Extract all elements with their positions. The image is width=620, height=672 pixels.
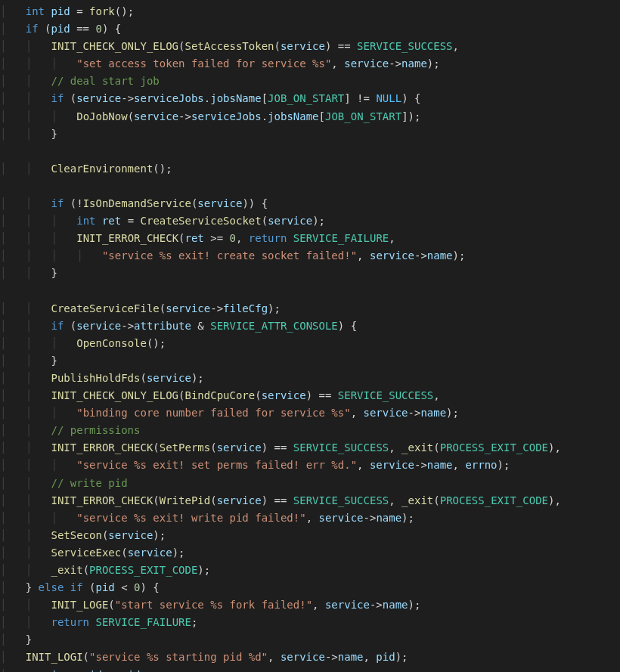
code-token: else	[39, 581, 64, 593]
code-token: INIT_LOGE	[51, 599, 108, 611]
code-token: service	[370, 249, 414, 262]
code-token: ,	[433, 389, 439, 401]
code-token: _exit	[51, 564, 82, 576]
code-token: );	[197, 564, 210, 576]
code-token: pid	[376, 651, 395, 663]
code-token: (!	[64, 197, 82, 209]
code-token: ->	[70, 669, 83, 672]
code-token: ();	[115, 5, 134, 17]
code-token: ,	[364, 651, 377, 663]
code-token: ==	[70, 23, 96, 35]
code-token: ),	[548, 441, 561, 454]
code-token: ->	[210, 302, 223, 314]
code-token: )) {	[242, 197, 268, 209]
code-token: );	[427, 57, 440, 70]
code-token: ;	[191, 616, 197, 628]
code-token: (	[83, 651, 89, 663]
code-token: WritePid	[160, 494, 210, 506]
code-token: (	[140, 372, 146, 384]
code-token: ),	[548, 494, 561, 506]
code-token: (	[178, 232, 184, 244]
code-token: SetAccessToken	[184, 40, 274, 52]
code-token: NULL	[376, 92, 401, 104]
code-token: service	[76, 92, 121, 104]
code-token: (	[153, 441, 159, 454]
code-token: return	[51, 616, 89, 628]
code-token: jobsName	[268, 110, 318, 122]
code-token: ) ==	[262, 494, 293, 506]
code-token: (	[274, 40, 281, 52]
code-token: service	[344, 57, 389, 70]
code-token: pid	[51, 5, 70, 17]
code-token: service	[76, 320, 121, 332]
code-token: 0	[95, 23, 101, 35]
code-token: name	[383, 599, 408, 611]
code-token: ,	[453, 40, 459, 52]
code-token: );	[401, 512, 414, 524]
code-token: =	[121, 215, 140, 227]
code-token: pid	[95, 581, 114, 593]
code-token: ->	[364, 512, 377, 524]
code-token: (	[64, 320, 76, 332]
code-token: .	[262, 110, 268, 122]
code-token: "service %s exit! create socket failed!"	[102, 249, 357, 262]
code-token: );	[408, 599, 421, 611]
code-token: (	[210, 441, 216, 454]
code-token: (	[64, 92, 76, 104]
code-token: 0	[134, 581, 140, 593]
code-token: fork	[89, 5, 115, 17]
code-token: (	[160, 302, 166, 314]
code-token: SERVICE_SUCCESS	[293, 494, 389, 506]
code-token: ->	[370, 599, 383, 611]
code-token: >=	[204, 232, 230, 244]
code-token: ,	[389, 232, 395, 244]
code-token: }	[51, 128, 57, 140]
code-token: name	[420, 407, 446, 419]
code-token: service	[262, 389, 306, 401]
code-editor[interactable]: │ int pid = fork(); │ if (pid == 0) { │ …	[0, 0, 620, 672]
code-token: );	[453, 249, 466, 262]
code-token: JOB_ON_START	[268, 92, 344, 104]
code-token: [	[319, 110, 325, 122]
code-token: pid	[51, 23, 70, 35]
code-token: ->	[389, 57, 401, 70]
code-token: ,	[268, 651, 281, 663]
code-token: "service %s starting pid %d"	[89, 651, 268, 663]
code-token: (	[108, 599, 114, 611]
code-token: ,	[331, 57, 344, 70]
code-token: <	[115, 581, 134, 593]
code-token: ) {	[338, 320, 357, 332]
code-token: (	[128, 110, 134, 122]
code-token: service	[108, 529, 153, 541]
code-token: PublishHoldFds	[51, 372, 140, 384]
code-token: ) {	[102, 23, 121, 35]
code-token: int	[26, 5, 45, 17]
code-token: return	[249, 232, 287, 244]
code-token: ,	[312, 599, 325, 611]
code-token: (	[255, 389, 261, 401]
code-token: ->	[121, 92, 134, 104]
code-token: ,	[389, 494, 401, 506]
code-token: SERVICE_SUCCESS	[338, 389, 433, 401]
code-token: ,	[389, 441, 401, 454]
code-token: if	[51, 197, 64, 209]
code-token: }	[51, 267, 57, 279]
code-token: ret	[185, 232, 204, 244]
code-token: (	[433, 494, 439, 506]
code-token: ,	[306, 512, 319, 524]
code-token: ) ==	[306, 389, 338, 401]
code-token: =	[70, 5, 89, 17]
code-token: ,	[351, 407, 364, 419]
code-token: "service %s exit! write pid failed!"	[76, 512, 305, 524]
code-token: ;	[141, 669, 147, 672]
code-token: ->	[178, 110, 191, 122]
code-token: service	[281, 40, 325, 52]
code-token: ->	[325, 651, 338, 663]
code-token: ,	[357, 249, 370, 262]
code-token: if	[26, 23, 39, 35]
code-token: if	[51, 92, 64, 104]
code-token: SetPerms	[160, 441, 210, 454]
code-token: );	[172, 547, 185, 559]
code-token: (	[210, 494, 216, 506]
code-token: service	[217, 494, 262, 506]
